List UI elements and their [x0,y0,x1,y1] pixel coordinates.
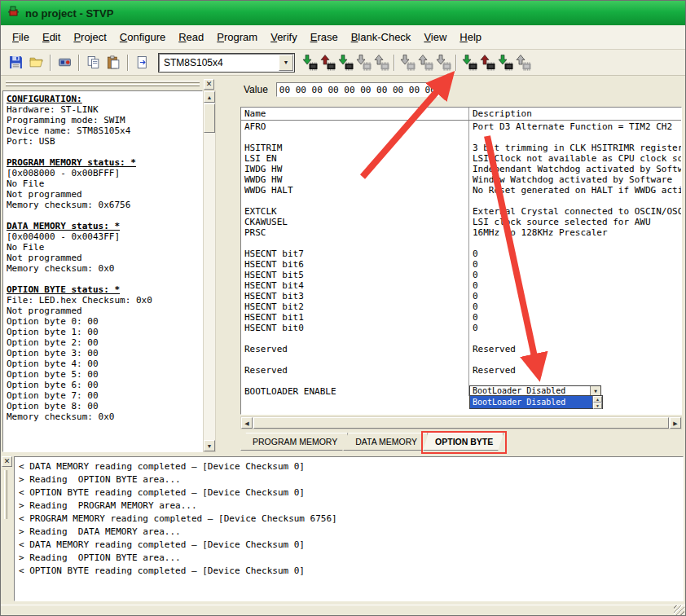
scroll-left-icon[interactable]: ◀ [241,417,253,429]
table-row[interactable]: EXTCLKExternal Crystal connected to OSCI… [241,205,681,216]
option-description-cell: 0 [469,269,681,279]
table-row[interactable]: HSECNT bit30 [241,290,681,301]
menu-program[interactable]: Program [210,27,264,47]
value-input[interactable]: 00 00 00 00 00 00 00 00 00 00 [276,82,439,97]
config-line: No File [7,178,199,189]
log-line: > Reading DATA MEMORY area... [19,526,679,539]
tab-program-memory[interactable]: PROGRAM MEMORY [240,433,348,451]
title-bar: no project - STVP [1,1,685,25]
scroll-up-icon[interactable]: ▲ [593,396,602,403]
copy-icon [86,55,100,69]
option-description-cell: No Reset generated on HALT if WWDG activ… [469,184,681,195]
config-line: Option byte 5: 00 [7,369,199,380]
send-file-button[interactable] [132,53,152,73]
menu-erase[interactable]: Erase [304,27,345,47]
log-line: > Reading OPTION BYTE area... [19,552,679,565]
read-address-range-button[interactable] [372,53,390,73]
option-description-cell: Port D3 Alternate Function = TIM2_CH2 [469,121,681,131]
table-row[interactable]: AFROPort D3 Alternate Function = TIM2_CH… [241,121,681,131]
config-line: Port: USB [7,136,199,147]
option-table: Name Description AFROPort D3 Alternate F… [240,107,682,415]
program-all-button[interactable] [398,53,416,73]
table-row[interactable]: HSECNT bit10 [241,311,681,322]
paste-icon [107,55,121,69]
read-device-button[interactable] [478,53,496,73]
verify-all-button[interactable] [434,53,452,73]
menu-view[interactable]: View [417,27,453,47]
table-row[interactable]: ReservedReserved [241,343,681,354]
tab-data-memory[interactable]: DATA MEMORY [343,433,428,451]
table-row[interactable]: ReservedReserved [241,364,681,375]
scroll-down-icon[interactable]: ▼ [204,440,215,451]
menu-project[interactable]: Project [67,27,112,47]
table-row[interactable]: HSECNT bit40 [241,279,681,290]
menu-read[interactable]: Read [172,27,210,47]
menu-configure[interactable]: Configure [113,27,172,47]
table-row[interactable]: LSI_ENLSI Clock not available as CPU clo… [241,152,681,163]
verify-current-tab-icon [337,54,354,71]
config-panel-titlebar[interactable]: ✕ [2,77,216,90]
table-row[interactable]: HSECNT bit50 [241,269,681,279]
erase-device-button[interactable] [514,53,532,73]
config-heading: DATA MEMORY status: * [7,221,199,231]
option-byte-panel: Value 00 00 00 00 00 00 00 00 00 00 Name… [239,79,684,452]
configure-programmer-button[interactable] [55,53,75,73]
table-row[interactable]: IWDG_HWIndependant Watchdog activated by… [241,163,681,174]
config-scrollbar[interactable]: ▲ ▼ [203,90,216,452]
bootloader-dropdown-list[interactable]: BootLoader Disabled ▲ ▼ [469,395,603,409]
open-button[interactable] [26,53,46,73]
verify-device-button[interactable] [496,53,514,73]
option-description-cell [469,375,681,385]
menu-help[interactable]: Help [453,27,488,47]
option-description-cell: 0 [469,248,681,258]
chevron-down-icon[interactable]: ▼ [279,55,293,71]
dropdown-list-scrollbar[interactable]: ▲ ▼ [592,396,602,408]
read-all-button[interactable] [416,53,434,73]
program-device-button[interactable] [460,53,478,73]
table-row[interactable]: HSECNT bit60 [241,258,681,269]
chevron-down-icon[interactable]: ▼ [590,386,600,395]
paste-button[interactable] [103,53,124,73]
dropdown-item-selected[interactable]: BootLoader Disabled [470,396,592,408]
scroll-right-icon[interactable]: ▶ [670,417,681,429]
option-name-cell: HSITRIM [241,142,469,152]
verify-current-tab-button[interactable] [336,53,354,73]
program-current-tab-button[interactable] [301,53,319,73]
table-row[interactable]: CKAWUSELLSI clock source selected for AW… [241,216,681,227]
config-panel: ✕ CONFIGURATION:Hardware: ST-LINKProgram… [2,77,216,452]
table-horizontal-scrollbar[interactable]: ◀ ▶ [240,416,682,429]
scroll-thumb[interactable] [204,103,215,133]
table-row[interactable]: WWDG_HALTNo Reset generated on HALT if W… [241,184,681,195]
table-row[interactable]: HSECNT bit70 [241,248,681,258]
table-row[interactable]: BOOTLOADER ENABLEBootLoader Disabled▼ [241,385,681,396]
config-line: Option byte 4: 00 [7,359,199,369]
app-icon [7,5,20,21]
menu-blank-check[interactable]: Blank-Check [345,27,418,47]
scroll-down-icon[interactable]: ▼ [593,403,602,409]
device-selector[interactable]: STM8S105x4 ▼ [159,54,294,72]
option-name-cell: WWDG_HALT [241,184,469,195]
read-current-tab-button[interactable] [319,53,336,73]
menu-verify[interactable]: Verify [264,27,304,47]
config-line: Option byte 3: 00 [7,348,199,359]
menu-edit[interactable]: Edit [36,27,67,47]
tab-option-byte[interactable]: OPTION BYTE [423,433,504,451]
table-row[interactable]: HSECNT bit20 [241,301,681,311]
program-address-range-button[interactable] [354,53,372,73]
close-icon[interactable]: ✕ [2,456,12,467]
table-row[interactable]: HSECNT bit00 [241,322,681,332]
resize-grip[interactable] [674,605,684,616]
dock-grip[interactable] [4,470,7,519]
bootloader-combobox-value: BootLoader Disabled [470,386,590,395]
scroll-up-icon[interactable]: ▲ [204,91,215,103]
table-row[interactable]: WWDG_HWWindow Watchdog activated by Soft… [241,174,681,184]
table-row[interactable]: PRSC16MHz to 128KHz Prescaler [241,227,681,237]
close-icon[interactable]: ✕ [204,79,214,90]
copy-button[interactable] [83,53,103,73]
save-button[interactable] [6,53,26,73]
menu-file[interactable]: File [6,27,36,47]
scroll-thumb[interactable] [253,417,669,429]
table-row[interactable]: HSITRIM3 bit trimming in CLK_HSITRIMR re… [241,142,681,152]
dock-grip[interactable] [6,81,200,87]
log-panel-titlebar: ✕ [2,456,13,602]
